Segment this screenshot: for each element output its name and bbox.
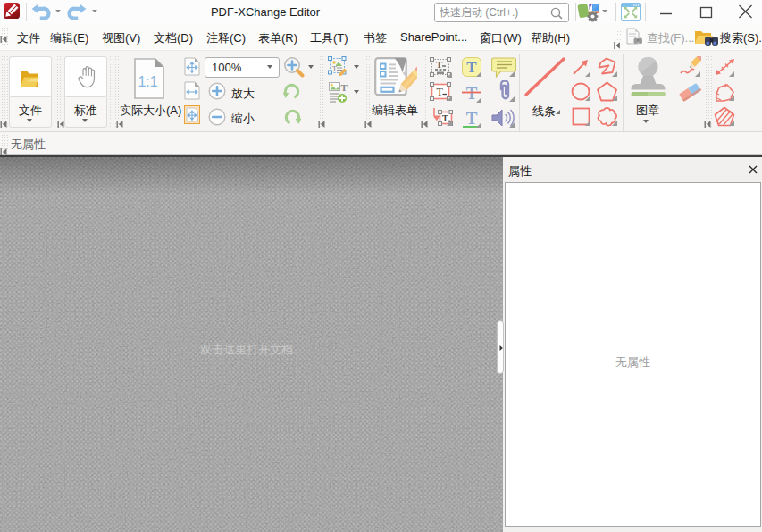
svg-text:T: T — [437, 86, 444, 98]
svg-text:T: T — [436, 59, 443, 70]
svg-text:1:1: 1:1 — [138, 74, 157, 89]
svg-text:T: T — [332, 65, 337, 73]
svg-text:T: T — [341, 82, 348, 93]
